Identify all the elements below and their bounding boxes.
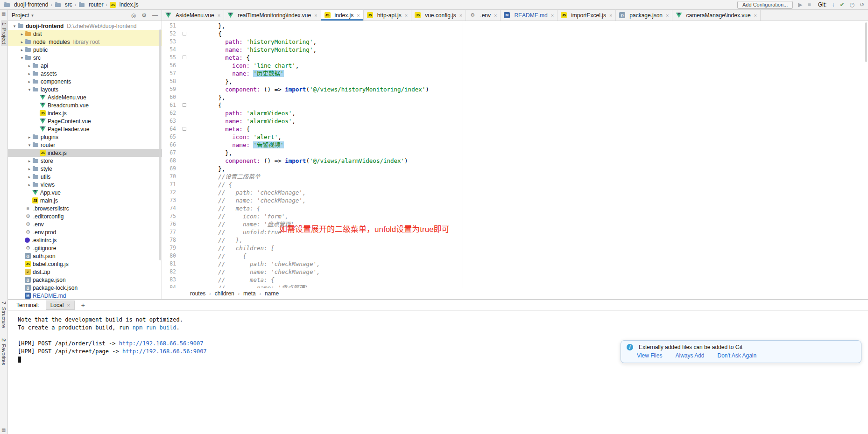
tree-chevron-icon[interactable]: ▸ (27, 182, 32, 187)
tool-window-switcher-icon[interactable]: ▦ (1, 11, 6, 16)
project-view-title[interactable]: Project (12, 12, 29, 19)
tree-item[interactable]: ▸utils (8, 173, 162, 181)
editor-tab[interactable]: JSindex.js× (321, 10, 364, 21)
tree-item[interactable]: ⚙.env (8, 220, 162, 228)
tree-item[interactable]: {}package-lock.json (8, 284, 162, 292)
tree-item[interactable]: ≡.browserslistrc (8, 204, 162, 212)
tab-close-icon[interactable]: × (551, 13, 554, 18)
editor-tab[interactable]: JShttp-api.js× (364, 10, 411, 21)
editor-tab[interactable]: JSimportExcel.js× (557, 10, 616, 21)
tree-item[interactable]: ▸components (8, 77, 162, 85)
tree-item[interactable]: ▸api (8, 62, 162, 70)
tab-close-icon[interactable]: × (218, 13, 220, 18)
tree-item[interactable]: ▾layouts (8, 85, 162, 93)
fold-marker-icon[interactable] (176, 101, 190, 109)
fold-marker-icon[interactable] (176, 54, 190, 62)
tab-close-icon[interactable]: × (609, 13, 612, 18)
tab-close-icon[interactable]: × (314, 13, 317, 18)
tree-item[interactable]: JSbabel.config.js (8, 260, 162, 268)
tool-stripe-project-button[interactable]: 1: Project (1, 20, 7, 46)
project-settings-icon[interactable]: ⚙ (141, 12, 147, 19)
project-hide-icon[interactable]: — (152, 12, 158, 19)
editor-tab[interactable]: ⚙.env× (466, 10, 501, 21)
tree-chevron-icon[interactable]: ▸ (27, 175, 32, 179)
breadcrumb-item[interactable]: router (78, 1, 103, 8)
tree-item[interactable]: ▾router (8, 141, 162, 149)
editor-tab[interactable]: {}package.json× (616, 10, 672, 21)
editor[interactable]: 51 },52 {53 path: 'historyMonitoring',54… (162, 21, 868, 288)
breadcrumb-item[interactable]: duoji-frontend (4, 1, 48, 8)
tree-item[interactable]: ▸views (8, 181, 162, 189)
rollback-icon[interactable]: ↺ (860, 2, 864, 7)
notification-action[interactable]: Don't Ask Again (718, 352, 757, 359)
tree-chevron-icon[interactable]: ▸ (19, 48, 25, 52)
tree-item[interactable]: ▸plugins (8, 133, 162, 141)
project-scrollbar[interactable] (159, 29, 161, 260)
editor-tab[interactable]: AsideMenu.vue× (162, 10, 224, 21)
tree-chevron-icon[interactable]: ▸ (27, 167, 32, 171)
tree-item[interactable]: JSmain.js (8, 196, 162, 204)
tree-chevron-icon[interactable]: ▸ (27, 63, 32, 68)
tool-stripe-button[interactable]: 7: Structure (1, 301, 7, 328)
tree-item[interactable]: ▸public (8, 46, 162, 54)
tree-chevron-icon[interactable]: ▾ (12, 24, 17, 28)
tab-close-icon[interactable]: × (666, 13, 669, 18)
tree-item[interactable]: JSindex.js (8, 149, 162, 157)
git-update-icon[interactable]: ↓ (832, 2, 834, 7)
tree-chevron-icon[interactable]: ▾ (27, 143, 32, 147)
tree-item[interactable]: ⚙.gitignore (8, 244, 162, 252)
tree-item[interactable]: {}package.json (8, 276, 162, 284)
tree-item[interactable]: ⚙.editorconfig (8, 212, 162, 220)
tree-item[interactable]: JSindex.js (8, 109, 162, 117)
editor-scrollbar[interactable] (865, 22, 867, 62)
editor-breadcrumb-item[interactable]: routes (190, 290, 205, 297)
tab-close-icon[interactable]: × (754, 13, 757, 18)
editor-tab[interactable]: MREADME.md× (501, 10, 557, 21)
new-terminal-session-button[interactable]: + (81, 301, 85, 309)
tree-chevron-icon[interactable]: ▸ (27, 71, 32, 76)
notification-action[interactable]: Always Add (675, 352, 704, 359)
tree-chevron-icon[interactable]: ▸ (27, 79, 32, 84)
tree-item[interactable]: ▸store (8, 157, 162, 165)
tree-item[interactable]: PageContent.vue (8, 117, 162, 125)
tree-item[interactable]: ▸assets (8, 70, 162, 77)
tree-item[interactable]: ▸style (8, 165, 162, 173)
tree-item[interactable]: MREADME.md (8, 292, 162, 299)
tree-chevron-icon[interactable]: ▾ (19, 56, 25, 60)
tree-item[interactable]: Zdist.zip (8, 268, 162, 276)
editor-breadcrumb-item[interactable]: meta (243, 290, 256, 297)
fold-marker-icon[interactable] (176, 125, 190, 133)
breadcrumb-item[interactable]: src (55, 1, 72, 8)
tab-close-icon[interactable]: × (357, 13, 360, 18)
chevron-down-icon[interactable]: ▾ (31, 13, 34, 18)
tree-item[interactable]: ▸dist (8, 30, 162, 38)
editor-tab[interactable]: realTimeMonitoring\index.vue× (224, 10, 321, 21)
tree-item[interactable]: ▸node_moduleslibrary root (8, 38, 162, 46)
tree-chevron-icon[interactable]: ▾ (27, 87, 32, 92)
tree-item[interactable]: ▾src (8, 54, 162, 62)
add-configuration-button[interactable]: Add Configuration... (737, 1, 793, 9)
editor-breadcrumb-item[interactable]: children (215, 290, 234, 297)
terminal-tab-local[interactable]: Local × (46, 301, 75, 310)
breadcrumb-item[interactable]: JSindex.js (110, 1, 139, 8)
tree-item[interactable]: .eslintrc.js (8, 236, 162, 244)
tree-chevron-icon[interactable]: ▸ (27, 135, 32, 140)
tree-item[interactable]: ▾duoji-frontendD:\zheheWeb\duoji-fronten… (8, 22, 162, 30)
fold-marker-icon[interactable] (176, 30, 190, 38)
project-locate-icon[interactable]: ◎ (131, 12, 136, 19)
tree-item[interactable]: PageHeader.vue (8, 125, 162, 133)
tree-item[interactable]: App.vue (8, 189, 162, 196)
tool-stripe-button[interactable]: 2: Favorites (1, 338, 7, 365)
editor-tab[interactable]: JSvue.config.js× (411, 10, 466, 21)
notification-action[interactable]: View Files (637, 352, 662, 359)
tree-item[interactable]: ⚙.env.prod (8, 228, 162, 236)
run-icon[interactable]: ▶ (798, 2, 802, 7)
tree-item[interactable]: {}auth.json (8, 252, 162, 260)
tab-close-icon[interactable]: × (405, 13, 408, 18)
editor-breadcrumb-item[interactable]: name (265, 290, 279, 297)
tree-chevron-icon[interactable]: ▸ (19, 32, 25, 36)
terminal-link[interactable]: http://192.168.66.56:9007 (122, 348, 207, 355)
editor-tab[interactable]: cameraManage\index.vue× (672, 10, 761, 21)
terminal-tab-close-icon[interactable]: × (67, 302, 70, 308)
tab-close-icon[interactable]: × (459, 13, 462, 18)
